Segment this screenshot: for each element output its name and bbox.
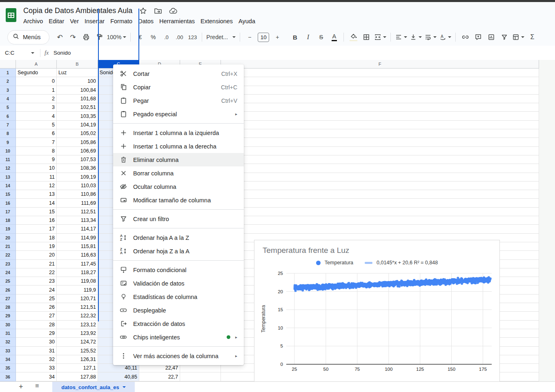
cell-F7[interactable] [221, 121, 539, 129]
bold-button[interactable]: B [290, 31, 300, 43]
cell-A20[interactable]: 18 [16, 234, 57, 242]
cell-A18[interactable]: 16 [16, 216, 57, 225]
text-wrap-button[interactable] [424, 31, 437, 43]
cell-B34[interactable]: 126,31 [57, 355, 98, 364]
row-header-25[interactable]: 25 [0, 277, 16, 286]
print-button[interactable] [81, 31, 91, 43]
cell-A22[interactable]: 20 [16, 251, 57, 259]
menu-item-estadisticas-de-columna[interactable]: Estadísticas de columna [113, 290, 244, 303]
functions-button[interactable]: Σ [527, 31, 537, 43]
row-header-29[interactable]: 29 [0, 312, 16, 320]
row-header-17[interactable]: 17 [0, 208, 16, 216]
row-header-30[interactable]: 30 [0, 321, 16, 329]
row-header-10[interactable]: 10 [0, 147, 16, 155]
cell-B8[interactable]: 105,02 [57, 129, 98, 138]
row-header-12[interactable]: 12 [0, 164, 16, 173]
row-header-27[interactable]: 27 [0, 295, 16, 303]
cell-A26[interactable]: 24 [16, 286, 57, 294]
cell-A32[interactable]: 30 [16, 338, 57, 346]
increase-decimal-button[interactable]: .00 [174, 31, 185, 43]
cell-A25[interactable]: 23 [16, 277, 57, 286]
cell-B16[interactable]: 111,69 [57, 199, 98, 207]
row-header-21[interactable]: 21 [0, 242, 16, 251]
row-header-9[interactable]: 9 [0, 138, 16, 146]
menu-item-cortar[interactable]: CortarCtrl+X [113, 67, 244, 80]
row-header-4[interactable]: 4 [0, 95, 16, 103]
cell-B30[interactable]: 123,12 [57, 321, 98, 329]
row-header-20[interactable]: 20 [0, 234, 16, 242]
row-header-2[interactable]: 2 [0, 77, 16, 86]
active-sheet-tab[interactable]: datos_confort_aula_es [52, 382, 135, 392]
format-style-select[interactable]: Predet... [206, 31, 236, 43]
cell-A27[interactable]: 25 [16, 295, 57, 303]
cell-A29[interactable]: 27 [16, 312, 57, 320]
decrease-font-size-button[interactable]: − [244, 31, 255, 43]
cell-A31[interactable]: 29 [16, 329, 57, 338]
borders-button[interactable] [361, 31, 372, 43]
menu-item-pegar[interactable]: PegarCtrl+V [113, 94, 244, 107]
text-color-button[interactable]: A [329, 31, 339, 43]
row-header-24[interactable]: 24 [0, 268, 16, 277]
cell-B26[interactable]: 119,9 [57, 286, 98, 294]
name-box[interactable]: C:C [0, 50, 34, 56]
cell-B13[interactable]: 109,19 [57, 173, 98, 182]
cell-B35[interactable]: 127,1 [57, 364, 98, 372]
strikethrough-button[interactable]: S [316, 31, 326, 43]
row-header-13[interactable]: 13 [0, 173, 16, 182]
cell-B17[interactable]: 112,51 [57, 208, 98, 216]
cell-B24[interactable]: 118,27 [57, 268, 98, 277]
row-header-33[interactable]: 33 [0, 347, 16, 355]
cell-C36[interactable]: 40,85 [98, 372, 139, 381]
cell-F12[interactable] [221, 164, 539, 173]
cell-F17[interactable] [221, 208, 539, 216]
column-header-F[interactable]: F [221, 60, 539, 69]
cell-B25[interactable]: 119,08 [57, 277, 98, 286]
row-header-6[interactable]: 6 [0, 112, 16, 120]
embedded-chart[interactable]: Temperatura frente a Luz Temperatura 0,0… [254, 240, 500, 382]
formula-input[interactable]: Sonido [53, 50, 71, 56]
menu-item-crear-un-filtro[interactable]: Crear un filtro [113, 212, 244, 226]
cell-F4[interactable] [221, 95, 539, 103]
menubar-item-herramientas[interactable]: Herramientas [156, 17, 198, 26]
cell-A4[interactable]: 2 [16, 95, 57, 103]
add-sheet-button[interactable]: + [19, 383, 23, 391]
row-header-28[interactable]: 28 [0, 303, 16, 312]
cell-B5[interactable]: 102,51 [57, 103, 98, 112]
table-button[interactable] [512, 31, 524, 43]
cell-C35[interactable]: 40,11 [98, 364, 139, 372]
cell-A2[interactable]: 0 [16, 77, 57, 86]
cell-B4[interactable]: 101,68 [57, 95, 98, 103]
menubar-item-datos[interactable]: Datos [135, 17, 156, 26]
cell-E35[interactable] [180, 364, 221, 372]
zoom-select[interactable]: 100% [107, 31, 127, 43]
menu-item-pegado-especial[interactable]: Pegado especial▸ [113, 107, 244, 121]
row-header-8[interactable]: 8 [0, 129, 16, 138]
cell-B21[interactable]: 115,81 [57, 242, 98, 251]
row-header-16[interactable]: 16 [0, 199, 16, 207]
cell-B12[interactable]: 108,36 [57, 164, 98, 173]
menu-item-ocultar-columna[interactable]: Ocultar columna [113, 180, 244, 193]
row-header-18[interactable]: 18 [0, 216, 16, 225]
italic-button[interactable]: I [303, 31, 313, 43]
cell-A36[interactable]: 34 [16, 372, 57, 381]
cell-A8[interactable]: 6 [16, 129, 57, 138]
cell-A23[interactable]: 21 [16, 260, 57, 268]
cell-A7[interactable]: 5 [16, 121, 57, 129]
cell-F15[interactable] [221, 190, 539, 199]
row-header-11[interactable]: 11 [0, 155, 16, 164]
menu-item-eliminar-columna[interactable]: Eliminar columna [113, 153, 244, 166]
text-rotation-button[interactable]: A [439, 31, 451, 43]
row-header-31[interactable]: 31 [0, 329, 16, 338]
cell-A24[interactable]: 22 [16, 268, 57, 277]
cell-A28[interactable]: 26 [16, 303, 57, 312]
cell-E36[interactable] [180, 372, 221, 381]
menu-item-extraccion-de-datos[interactable]: Extracción de datos [113, 317, 244, 330]
cell-F3[interactable] [221, 86, 539, 95]
row-header-26[interactable]: 26 [0, 286, 16, 294]
cell-A11[interactable]: 9 [16, 155, 57, 164]
vertical-align-button[interactable] [410, 31, 422, 43]
cell-F8[interactable] [221, 129, 539, 138]
cell-B10[interactable]: 106,69 [57, 147, 98, 155]
cell-B14[interactable]: 110,03 [57, 182, 98, 190]
cell-A3[interactable]: 1 [16, 86, 57, 95]
